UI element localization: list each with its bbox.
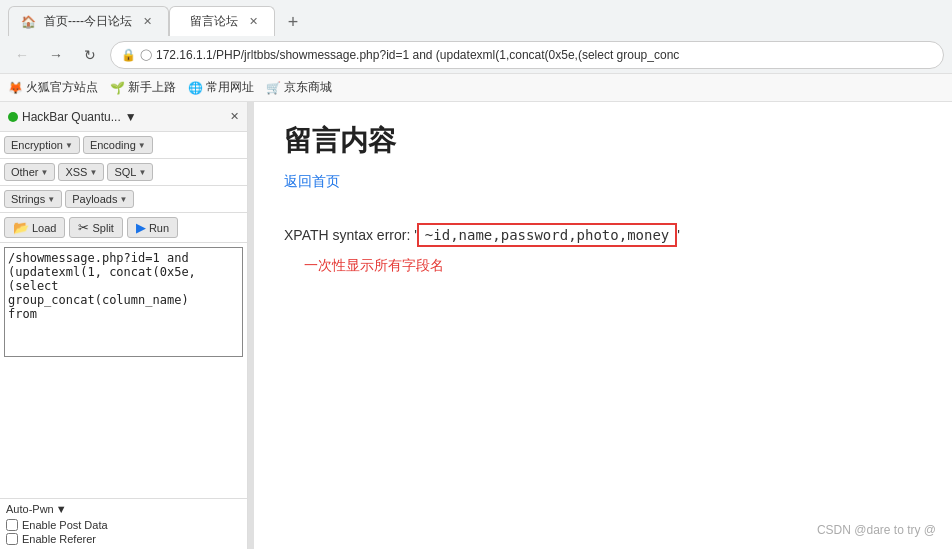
strings-arrow: ▼ [47, 195, 55, 204]
tab-guestbook[interactable]: 留言论坛 ✕ [169, 6, 275, 36]
tab-bar: 🏠 首页----今日论坛 ✕ 留言论坛 ✕ + [0, 0, 952, 36]
enable-post-checkbox[interactable] [6, 519, 18, 531]
address-security-note: ◯ [140, 48, 152, 61]
bookmark-common[interactable]: 🌐 常用网址 [188, 79, 254, 96]
forward-button[interactable]: → [42, 41, 70, 69]
bookmarks-bar: 🦊 火狐官方站点 🌱 新手上路 🌐 常用网址 🛒 京东商城 [0, 74, 952, 102]
hackbar-toolbar-row2: Other ▼ XSS ▼ SQL ▼ [0, 159, 247, 186]
hackbar-close-button[interactable]: ✕ [230, 110, 239, 123]
load-button[interactable]: 📂 Load [4, 217, 65, 238]
bookmark-jd[interactable]: 🛒 京东商城 [266, 79, 332, 96]
enable-referer-label: Enable Referer [22, 533, 96, 545]
encryption-arrow: ▼ [65, 141, 73, 150]
hackbar-expand-icon[interactable]: ▼ [125, 110, 137, 124]
encoding-arrow: ▼ [138, 141, 146, 150]
tab-homepage[interactable]: 🏠 首页----今日论坛 ✕ [8, 6, 169, 36]
strings-button[interactable]: Strings ▼ [4, 190, 62, 208]
bookmark-newuser[interactable]: 🌱 新手上路 [110, 79, 176, 96]
xss-label: XSS [65, 166, 87, 178]
hackbar-toolbar-row1: Encryption ▼ Encoding ▼ [0, 132, 247, 159]
refresh-button[interactable]: ↻ [76, 41, 104, 69]
autopwn-label: Auto-Pwn [6, 503, 54, 515]
payloads-label: Payloads [72, 193, 117, 205]
address-input[interactable] [156, 48, 933, 62]
hackbar-sidebar: HackBar Quantu... ▼ ✕ Encryption ▼ Encod… [0, 102, 248, 549]
encryption-label: Encryption [11, 139, 63, 151]
hackbar-title: HackBar Quantu... ▼ [8, 110, 137, 124]
page-title: 留言内容 [284, 122, 922, 160]
address-bar: ← → ↻ 🔒 ◯ [0, 36, 952, 74]
xpath-error-suffix: ' [677, 227, 680, 243]
bookmark-jd-label: 京东商城 [284, 79, 332, 96]
autopwn-section: Auto-Pwn ▼ Enable Post Data Enable Refer… [0, 498, 247, 549]
split-label: Split [92, 222, 113, 234]
sql-arrow: ▼ [138, 168, 146, 177]
strings-label: Strings [11, 193, 45, 205]
load-icon: 📂 [13, 220, 29, 235]
browser-tabs: 🏠 首页----今日论坛 ✕ 留言论坛 ✕ + [8, 0, 944, 36]
hackbar-title-text: HackBar Quantu... [22, 110, 121, 124]
other-button[interactable]: Other ▼ [4, 163, 55, 181]
back-link[interactable]: 返回首页 [284, 173, 340, 191]
bookmark-common-icon: 🌐 [188, 81, 203, 95]
tab-title-1: 首页----今日论坛 [44, 13, 132, 30]
hackbar-status-dot [8, 112, 18, 122]
bookmark-newuser-label: 新手上路 [128, 79, 176, 96]
xss-button[interactable]: XSS ▼ [58, 163, 104, 181]
hackbar-controls: ✕ [230, 110, 239, 123]
bookmark-firefox[interactable]: 🦊 火狐官方站点 [8, 79, 98, 96]
xpath-error-container: XPATH syntax error: ' ~id,name,password,… [284, 223, 922, 247]
other-label: Other [11, 166, 39, 178]
other-arrow: ▼ [41, 168, 49, 177]
hackbar-textarea[interactable]: /showmessage.php?id=1 and (updatexml(1, … [4, 247, 243, 357]
autopwn-arrow-icon: ▼ [56, 503, 67, 515]
run-icon: ▶ [136, 220, 146, 235]
split-button[interactable]: ✂ Split [69, 217, 122, 238]
tab-title-2: 留言论坛 [190, 13, 238, 30]
back-button[interactable]: ← [8, 41, 36, 69]
run-label: Run [149, 222, 169, 234]
browser-window: 🏠 首页----今日论坛 ✕ 留言论坛 ✕ + ← → ↻ 🔒 ◯ 🦊 火狐官 [0, 0, 952, 549]
enable-post-label: Enable Post Data [22, 519, 108, 531]
payloads-button[interactable]: Payloads ▼ [65, 190, 134, 208]
content-area: 留言内容 返回首页 XPATH syntax error: ' ~id,name… [254, 102, 952, 549]
address-input-wrap[interactable]: 🔒 ◯ [110, 41, 944, 69]
hackbar-textarea-wrap: /showmessage.php?id=1 and (updatexml(1, … [0, 243, 247, 498]
bookmark-firefox-label: 火狐官方站点 [26, 79, 98, 96]
tab-close-2[interactable]: ✕ [246, 14, 262, 30]
tab-close-1[interactable]: ✕ [140, 14, 156, 30]
hackbar-actions: 📂 Load ✂ Split ▶ Run [0, 213, 247, 243]
tab-favicon-1: 🏠 [21, 15, 36, 29]
xss-arrow: ▼ [89, 168, 97, 177]
split-icon: ✂ [78, 220, 89, 235]
new-tab-button[interactable]: + [279, 8, 307, 36]
csdn-watermark: CSDN @dare to try @ [817, 523, 936, 537]
bookmark-firefox-icon: 🦊 [8, 81, 23, 95]
sql-button[interactable]: SQL ▼ [107, 163, 153, 181]
payloads-arrow: ▼ [119, 195, 127, 204]
bookmark-jd-icon: 🛒 [266, 81, 281, 95]
bookmark-common-label: 常用网址 [206, 79, 254, 96]
encoding-button[interactable]: Encoding ▼ [83, 136, 153, 154]
encryption-button[interactable]: Encryption ▼ [4, 136, 80, 154]
xpath-error-highlight: ~id,name,password,photo,money [417, 223, 677, 247]
autopwn-header[interactable]: Auto-Pwn ▼ [6, 503, 241, 515]
security-icon: 🔒 [121, 48, 136, 62]
hackbar-header: HackBar Quantu... ▼ ✕ [0, 102, 247, 132]
load-label: Load [32, 222, 56, 234]
encoding-label: Encoding [90, 139, 136, 151]
annotation-text: 一次性显示所有字段名 [304, 257, 922, 275]
main-layout: HackBar Quantu... ▼ ✕ Encryption ▼ Encod… [0, 102, 952, 549]
sql-label: SQL [114, 166, 136, 178]
enable-referer-row: Enable Referer [6, 533, 241, 545]
xpath-error-prefix: XPATH syntax error: ' [284, 227, 417, 243]
enable-referer-checkbox[interactable] [6, 533, 18, 545]
run-button[interactable]: ▶ Run [127, 217, 178, 238]
bookmark-newuser-icon: 🌱 [110, 81, 125, 95]
enable-post-row: Enable Post Data [6, 519, 241, 531]
hackbar-toolbar-row3: Strings ▼ Payloads ▼ [0, 186, 247, 213]
